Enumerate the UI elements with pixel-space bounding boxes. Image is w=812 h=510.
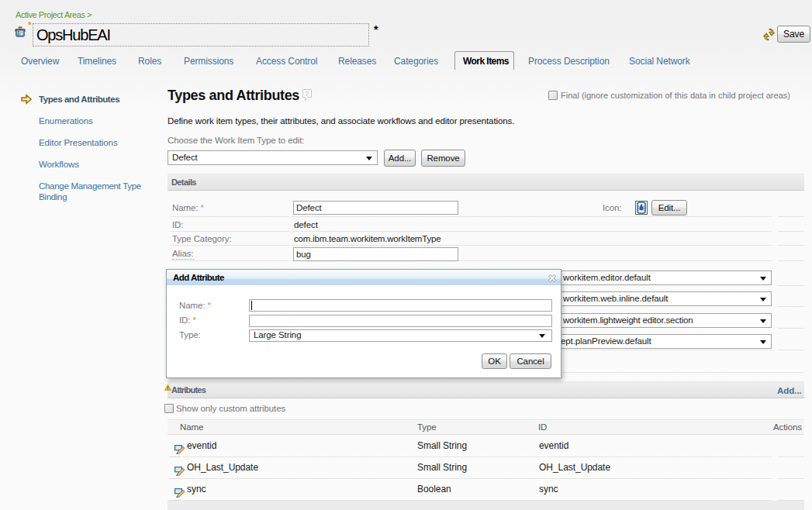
svg-text:?: ?	[305, 90, 309, 98]
